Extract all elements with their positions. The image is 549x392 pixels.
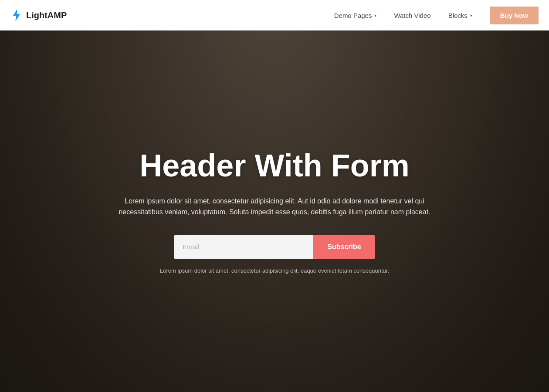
email-input[interactable] <box>174 235 313 259</box>
nav-item-demo-pages[interactable]: Demo Pages ▾ <box>327 8 384 23</box>
lightning-icon <box>10 9 23 21</box>
buy-now-button[interactable]: Buy Now <box>490 7 539 24</box>
hero-disclaimer: Lorem ipsum dolor sit amet, consectetur … <box>109 267 440 274</box>
subscribe-button[interactable]: Subscribe <box>313 235 375 259</box>
hero-form: Subscribe <box>109 235 440 259</box>
hero-section: Header With Form Lorem ipsum dolor sit a… <box>0 0 549 392</box>
hero-title: Header With Form <box>109 149 440 183</box>
svg-marker-0 <box>13 9 20 21</box>
navbar: LightAMP Demo Pages ▾ Watch Video Blocks… <box>0 0 549 30</box>
brand-name: LightAMP <box>26 10 67 20</box>
nav-menu: Demo Pages ▾ Watch Video Blocks ▾ Buy No… <box>327 7 539 24</box>
nav-label-blocks: Blocks <box>448 12 468 19</box>
nav-label-watch-video: Watch Video <box>394 12 430 19</box>
hero-subtitle: Lorem ipsum dolor sit amet, consectetur … <box>109 196 440 218</box>
nav-item-blocks[interactable]: Blocks ▾ <box>441 8 479 23</box>
chevron-down-icon: ▾ <box>374 13 376 18</box>
chevron-down-icon-blocks: ▾ <box>470 13 472 18</box>
hero-content: Header With Form Lorem ipsum dolor sit a… <box>92 149 458 274</box>
nav-label-demo-pages: Demo Pages <box>334 12 372 19</box>
nav-item-watch-video[interactable]: Watch Video <box>387 8 437 23</box>
brand-logo[interactable]: LightAMP <box>10 9 67 21</box>
